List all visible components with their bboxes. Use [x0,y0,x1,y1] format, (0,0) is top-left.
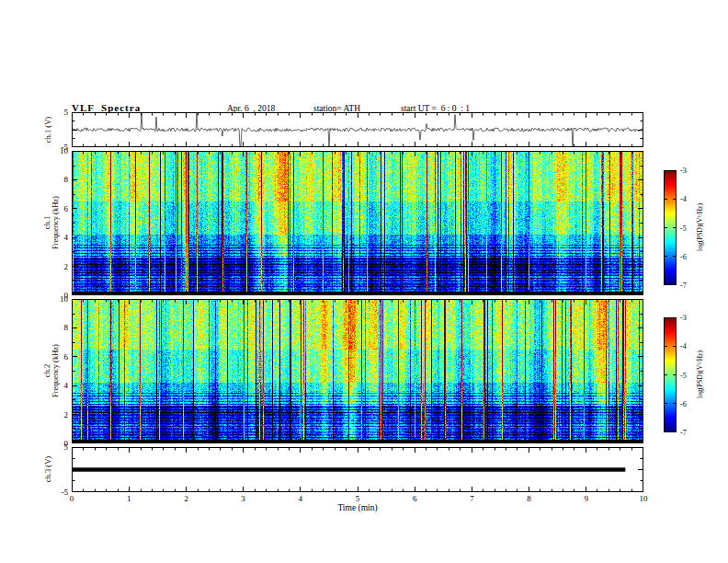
y-tick-label: 10 [42,146,68,155]
colorbar-tick-label: -7 [680,429,687,437]
colorbar1-canvas [664,170,677,285]
colorbar-tick-label: -4 [680,195,687,203]
colorbar1-title: log(PSD)(V²/Hz) [696,203,704,251]
ch2-spectrogram-canvas [72,299,643,443]
y-tick-label: 6 [42,352,68,362]
ch1-waveform-y-axis-title: ch.1 (V) [44,117,52,143]
colorbar-tick-label: -6 [680,399,687,408]
y-tick-label: 5 [42,108,68,117]
y-tick-label: -5 [42,488,68,497]
x-tick-label: 8 [527,494,531,503]
colorbar-tick-label: -6 [680,252,687,260]
y-tick-label: 2 [42,410,68,419]
colorbar2-title: log(PSD)(V²/Hz) [696,350,704,398]
colorbar-tick-label: -3 [680,167,687,175]
ch3-y-axis-title: ch.3 (V) [44,456,52,482]
y-tick-label: 4 [42,381,68,390]
x-tick-label: 4 [299,494,303,503]
x-tick-label: 3 [241,494,245,503]
x-tick-label: 5 [356,494,360,503]
x-tick-label: 2 [184,494,188,503]
colorbar-tick-label: -3 [680,314,687,322]
colorbar-tick-label: -5 [680,224,687,232]
colorbar-tick-label: -5 [680,371,687,379]
colorbar-tick-label: -7 [680,282,687,290]
x-tick-label: 7 [470,494,474,503]
ch3-waveform-canvas [72,447,643,492]
x-axis-title: Time (min) [72,503,643,512]
y-tick-label: 10 [42,294,68,304]
vlf-spectra-figure: VLF Spectra Apr. 6 , 2018 station= ATH s… [0,0,728,563]
x-tick-label: 6 [413,494,417,503]
colorbar-tick-label: -4 [680,342,687,350]
x-tick-label: 1 [127,494,131,503]
x-tick-label: 0 [70,494,74,503]
y-tick-label: 2 [42,262,68,271]
y-tick-label: 4 [42,233,68,242]
ch1-waveform-canvas [72,112,643,147]
y-tick-label: 5 [42,442,68,452]
colorbar2-canvas [664,317,677,432]
x-tick-label: 10 [640,494,648,503]
x-tick-label: 9 [585,494,589,503]
y-tick-label: 8 [42,175,68,184]
ch1-spectrogram-canvas [72,151,643,295]
y-tick-label: 6 [42,204,68,213]
y-tick-label: 8 [42,323,68,332]
